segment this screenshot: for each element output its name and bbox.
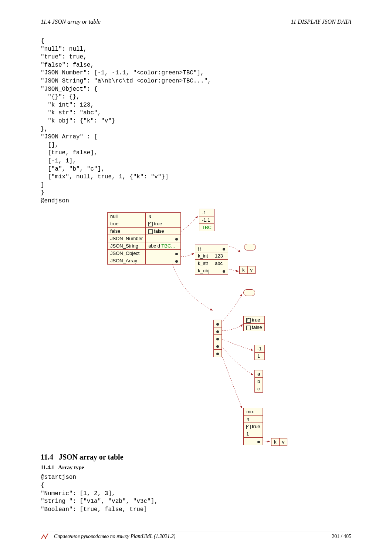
cell: k bbox=[240, 266, 248, 274]
cell bbox=[214, 320, 222, 327]
link-dot-icon bbox=[216, 330, 219, 333]
checkbox-icon bbox=[246, 326, 251, 330]
cell bbox=[214, 335, 222, 342]
svg-point-0 bbox=[45, 537, 46, 539]
cell: true bbox=[108, 220, 146, 228]
header-right: 11 DISPLAY JSON DATA bbox=[291, 18, 351, 25]
cell: 1 bbox=[244, 430, 263, 438]
json-diagram: null↯ truetrue falsefalse JSON_Number JS… bbox=[67, 209, 325, 445]
cell: abc d TBC... bbox=[146, 242, 181, 250]
cell: k_int bbox=[195, 252, 212, 260]
link-dot-icon bbox=[216, 338, 219, 340]
cell: true bbox=[244, 423, 263, 430]
page-number: 201 / 405 bbox=[332, 534, 351, 539]
cell: c bbox=[255, 385, 263, 393]
link-dot-icon bbox=[223, 248, 225, 250]
link-dot-icon bbox=[175, 238, 178, 240]
cell: null bbox=[108, 213, 146, 220]
link-dot-icon bbox=[175, 253, 178, 255]
plantuml-logo-icon bbox=[41, 533, 50, 540]
cell: k_str bbox=[195, 260, 212, 267]
link-dot-icon bbox=[175, 260, 178, 263]
cell: -1 bbox=[199, 209, 214, 216]
cell: JSON_Number bbox=[108, 235, 146, 242]
cell: b bbox=[255, 378, 263, 385]
cell: abc bbox=[212, 260, 228, 267]
cell: JSON_Object bbox=[108, 250, 146, 257]
cell bbox=[244, 438, 263, 445]
mix-table: mix ↯ true 1 bbox=[243, 408, 263, 445]
cell: false bbox=[146, 228, 181, 235]
neg-one-table: -1 1 bbox=[254, 345, 265, 360]
cell bbox=[214, 350, 222, 357]
abc-table: a b c bbox=[254, 370, 263, 393]
cell: ↯ bbox=[244, 416, 263, 423]
empty-oval-icon bbox=[244, 244, 256, 250]
tf-table: true false bbox=[243, 316, 265, 331]
cell bbox=[212, 267, 228, 275]
cell: {} bbox=[195, 245, 212, 252]
cell: a bbox=[255, 370, 263, 378]
kv-table: kv bbox=[239, 266, 256, 274]
link-dot-icon bbox=[216, 323, 219, 326]
cell: v bbox=[279, 438, 287, 446]
cell: ↯ bbox=[146, 213, 181, 220]
cell: -1.1 bbox=[199, 216, 214, 224]
checkbox-icon bbox=[148, 229, 153, 234]
cell: false bbox=[108, 228, 146, 235]
array-dots-table bbox=[213, 320, 222, 357]
cell: k_obj bbox=[195, 267, 212, 275]
cell: 123 bbox=[212, 252, 228, 260]
cell: false bbox=[244, 324, 265, 331]
link-dot-icon bbox=[257, 441, 260, 443]
cell: -1 bbox=[255, 345, 265, 353]
cell: 1 bbox=[255, 353, 265, 360]
link-dot-icon bbox=[216, 353, 219, 355]
header-left: 11.4 JSON array or table bbox=[41, 18, 101, 25]
cell bbox=[214, 327, 222, 335]
checkbox-icon bbox=[148, 222, 153, 226]
cell bbox=[214, 342, 222, 350]
cell: true bbox=[146, 220, 181, 228]
cell bbox=[212, 245, 228, 252]
cell: mix bbox=[244, 408, 263, 416]
cell: JSON_String bbox=[108, 242, 146, 250]
cell: true bbox=[244, 316, 265, 324]
main-table: null↯ truetrue falsefalse JSON_Number JS… bbox=[107, 212, 181, 265]
checkbox-icon bbox=[246, 425, 251, 429]
link-dot-icon bbox=[216, 345, 219, 348]
object-table: {} k_int123 k_strabc k_obj bbox=[195, 245, 228, 275]
num-array-table: -1 -1.1 TBC bbox=[199, 209, 214, 231]
empty-oval-icon bbox=[243, 289, 255, 296]
cell: TBC bbox=[199, 224, 214, 231]
cell bbox=[146, 235, 181, 242]
cell bbox=[146, 250, 181, 257]
code-block-1: { "null": null, "true": true, "false": f… bbox=[41, 37, 351, 205]
cell: v bbox=[247, 266, 256, 274]
cell bbox=[146, 257, 181, 265]
cell: JSON_Array bbox=[108, 257, 146, 265]
subsection-heading: 11.4.1 Array type bbox=[41, 464, 351, 471]
cell: k bbox=[271, 438, 280, 446]
section-heading: 11.4 JSON array or table bbox=[41, 453, 351, 461]
page-footer: Справочное руководство по языку PlantUML… bbox=[41, 531, 351, 540]
footer-text: Справочное руководство по языку PlantUML… bbox=[54, 534, 332, 539]
link-dot-icon bbox=[223, 270, 225, 273]
checkbox-icon bbox=[246, 318, 251, 323]
kv-table-2: kv bbox=[271, 438, 287, 446]
page-header: 11.4 JSON array or table 11 DISPLAY JSON… bbox=[41, 18, 351, 26]
code-block-2: @startjson { "Numeric": [1, 2, 3], "Stri… bbox=[41, 474, 351, 514]
